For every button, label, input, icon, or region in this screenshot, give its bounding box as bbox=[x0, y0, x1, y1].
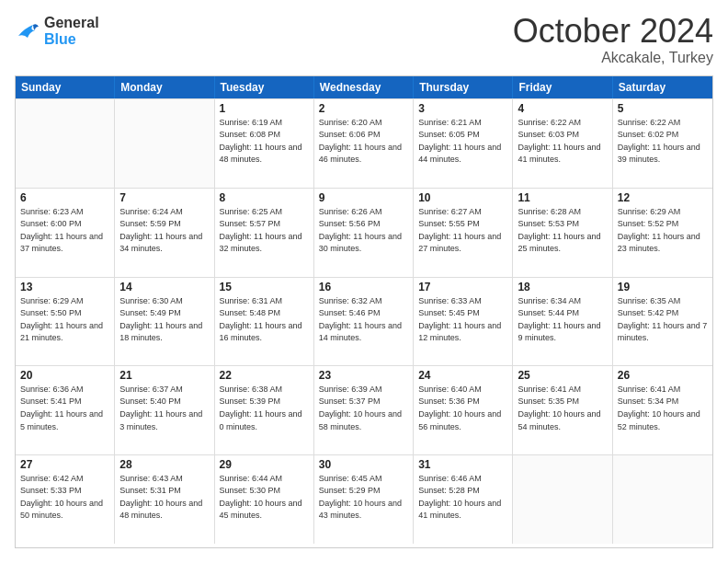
daylight-text: Daylight: 10 hours and 45 minutes. bbox=[220, 498, 309, 522]
calendar-cell-day-26: 26Sunrise: 6:41 AMSunset: 5:34 PMDayligh… bbox=[613, 366, 712, 454]
calendar-cell-day-10: 10Sunrise: 6:27 AMSunset: 5:55 PMDayligh… bbox=[414, 189, 513, 277]
calendar-cell-day-6: 6Sunrise: 6:23 AMSunset: 6:00 PMDaylight… bbox=[16, 189, 115, 277]
calendar: SundayMondayTuesdayWednesdayThursdayFrid… bbox=[15, 75, 713, 548]
daylight-text: Daylight: 10 hours and 58 minutes. bbox=[319, 408, 408, 432]
calendar-cell-day-1: 1Sunrise: 6:19 AMSunset: 6:08 PMDaylight… bbox=[215, 99, 314, 188]
sunrise-text: Sunrise: 6:35 AM bbox=[618, 295, 708, 307]
sunrise-text: Sunrise: 6:40 AM bbox=[418, 384, 507, 396]
sunset-text: Sunset: 5:40 PM bbox=[119, 396, 209, 408]
day-number: 13 bbox=[20, 281, 109, 293]
sunrise-text: Sunrise: 6:32 AM bbox=[319, 295, 408, 307]
sunrise-text: Sunrise: 6:41 AM bbox=[618, 384, 708, 396]
day-number: 3 bbox=[418, 102, 507, 115]
calendar-cell-day-11: 11Sunrise: 6:28 AMSunset: 5:53 PMDayligh… bbox=[513, 189, 612, 277]
daylight-text: Daylight: 11 hours and 12 minutes. bbox=[418, 320, 507, 344]
daylight-text: Daylight: 11 hours and 3 minutes. bbox=[119, 408, 209, 432]
sunset-text: Sunset: 5:30 PM bbox=[220, 485, 309, 497]
daylight-text: Daylight: 10 hours and 43 minutes. bbox=[319, 498, 408, 522]
sunset-text: Sunset: 5:33 PM bbox=[20, 485, 109, 497]
sunrise-text: Sunrise: 6:39 AM bbox=[319, 384, 408, 396]
daylight-text: Daylight: 11 hours and 44 minutes. bbox=[418, 142, 507, 166]
sunrise-text: Sunrise: 6:42 AM bbox=[20, 473, 109, 485]
header: General Blue October 2024 Akcakale, Turk… bbox=[15, 15, 713, 66]
calendar-cell-day-29: 29Sunrise: 6:44 AMSunset: 5:30 PMDayligh… bbox=[215, 455, 314, 544]
calendar-row-1: 1Sunrise: 6:19 AMSunset: 6:08 PMDaylight… bbox=[16, 98, 712, 188]
sunrise-text: Sunrise: 6:26 AM bbox=[319, 206, 408, 218]
day-number: 17 bbox=[418, 281, 507, 293]
daylight-text: Daylight: 10 hours and 54 minutes. bbox=[518, 408, 607, 432]
daylight-text: Daylight: 11 hours and 39 minutes. bbox=[618, 142, 708, 166]
calendar-cell-day-25: 25Sunrise: 6:41 AMSunset: 5:35 PMDayligh… bbox=[513, 366, 612, 454]
sunset-text: Sunset: 6:03 PM bbox=[518, 129, 607, 141]
day-number: 11 bbox=[518, 191, 607, 204]
calendar-cell-day-3: 3Sunrise: 6:21 AMSunset: 6:05 PMDaylight… bbox=[414, 99, 513, 188]
daylight-text: Daylight: 11 hours and 46 minutes. bbox=[319, 142, 408, 166]
daylight-text: Daylight: 11 hours and 0 minutes. bbox=[220, 408, 309, 432]
sunrise-text: Sunrise: 6:22 AM bbox=[618, 117, 708, 129]
calendar-cell-day-5: 5Sunrise: 6:22 AMSunset: 6:02 PMDaylight… bbox=[613, 99, 712, 188]
day-number: 26 bbox=[618, 369, 708, 382]
sunset-text: Sunset: 5:59 PM bbox=[119, 218, 209, 230]
daylight-text: Daylight: 10 hours and 50 minutes. bbox=[20, 498, 109, 522]
calendar-cell-day-23: 23Sunrise: 6:39 AMSunset: 5:37 PMDayligh… bbox=[314, 366, 414, 454]
sunrise-text: Sunrise: 6:23 AM bbox=[20, 206, 109, 218]
calendar-cell-day-20: 20Sunrise: 6:36 AMSunset: 5:41 PMDayligh… bbox=[16, 366, 115, 454]
daylight-text: Daylight: 11 hours and 7 minutes. bbox=[618, 320, 708, 344]
daylight-text: Daylight: 10 hours and 48 minutes. bbox=[119, 498, 209, 522]
page: General Blue October 2024 Akcakale, Turk… bbox=[0, 0, 728, 563]
sunrise-text: Sunrise: 6:44 AM bbox=[220, 473, 309, 485]
day-number: 29 bbox=[220, 458, 309, 471]
sunrise-text: Sunrise: 6:31 AM bbox=[220, 295, 309, 307]
calendar-cell-day-2: 2Sunrise: 6:20 AMSunset: 6:06 PMDaylight… bbox=[314, 99, 414, 188]
daylight-text: Daylight: 11 hours and 25 minutes. bbox=[518, 231, 607, 255]
daylight-text: Daylight: 10 hours and 52 minutes. bbox=[618, 408, 708, 432]
day-number: 20 bbox=[20, 369, 109, 382]
calendar-cell-empty bbox=[513, 455, 612, 544]
sunrise-text: Sunrise: 6:34 AM bbox=[518, 295, 607, 307]
day-number: 22 bbox=[220, 369, 309, 382]
sunset-text: Sunset: 6:06 PM bbox=[319, 129, 408, 141]
month-title: October 2024 bbox=[513, 15, 713, 48]
calendar-cell-day-7: 7Sunrise: 6:24 AMSunset: 5:59 PMDaylight… bbox=[115, 189, 214, 277]
sunrise-text: Sunrise: 6:25 AM bbox=[220, 206, 309, 218]
sunrise-text: Sunrise: 6:46 AM bbox=[418, 473, 507, 485]
sunset-text: Sunset: 5:44 PM bbox=[518, 307, 607, 319]
calendar-row-2: 6Sunrise: 6:23 AMSunset: 6:00 PMDaylight… bbox=[16, 188, 712, 277]
calendar-cell-empty bbox=[613, 455, 712, 544]
logo-text: General Blue bbox=[44, 15, 99, 47]
daylight-text: Daylight: 11 hours and 34 minutes. bbox=[119, 231, 209, 255]
sunset-text: Sunset: 5:34 PM bbox=[618, 396, 708, 408]
calendar-cell-day-9: 9Sunrise: 6:26 AMSunset: 5:56 PMDaylight… bbox=[314, 189, 414, 277]
daylight-text: Daylight: 11 hours and 30 minutes. bbox=[319, 231, 408, 255]
sunrise-text: Sunrise: 6:36 AM bbox=[20, 384, 109, 396]
sunset-text: Sunset: 5:57 PM bbox=[220, 218, 309, 230]
logo: General Blue bbox=[15, 15, 99, 47]
sunset-text: Sunset: 6:02 PM bbox=[618, 129, 708, 141]
sunset-text: Sunset: 6:08 PM bbox=[220, 129, 309, 141]
calendar-cell-day-17: 17Sunrise: 6:33 AMSunset: 5:45 PMDayligh… bbox=[414, 278, 513, 366]
calendar-cell-day-18: 18Sunrise: 6:34 AMSunset: 5:44 PMDayligh… bbox=[513, 278, 612, 366]
calendar-cell-day-13: 13Sunrise: 6:29 AMSunset: 5:50 PMDayligh… bbox=[16, 278, 115, 366]
day-number: 2 bbox=[319, 102, 408, 115]
calendar-row-5: 27Sunrise: 6:42 AMSunset: 5:33 PMDayligh… bbox=[16, 454, 712, 544]
sunset-text: Sunset: 5:28 PM bbox=[418, 485, 507, 497]
sunset-text: Sunset: 5:35 PM bbox=[518, 396, 607, 408]
calendar-row-3: 13Sunrise: 6:29 AMSunset: 5:50 PMDayligh… bbox=[16, 277, 712, 366]
calendar-row-4: 20Sunrise: 6:36 AMSunset: 5:41 PMDayligh… bbox=[16, 365, 712, 454]
day-number: 25 bbox=[518, 369, 607, 382]
day-number: 7 bbox=[119, 191, 209, 204]
day-number: 28 bbox=[119, 458, 209, 471]
sunset-text: Sunset: 5:49 PM bbox=[119, 307, 209, 319]
header-day-monday: Monday bbox=[115, 76, 214, 98]
sunset-text: Sunset: 5:45 PM bbox=[418, 307, 507, 319]
sunrise-text: Sunrise: 6:27 AM bbox=[418, 206, 507, 218]
daylight-text: Daylight: 11 hours and 5 minutes. bbox=[20, 408, 109, 432]
day-number: 12 bbox=[618, 191, 708, 204]
day-number: 31 bbox=[418, 458, 507, 471]
day-number: 30 bbox=[319, 458, 408, 471]
sunset-text: Sunset: 5:50 PM bbox=[20, 307, 109, 319]
daylight-text: Daylight: 11 hours and 37 minutes. bbox=[20, 231, 109, 255]
sunset-text: Sunset: 6:00 PM bbox=[20, 218, 109, 230]
header-day-tuesday: Tuesday bbox=[215, 76, 314, 98]
sunrise-text: Sunrise: 6:30 AM bbox=[119, 295, 209, 307]
